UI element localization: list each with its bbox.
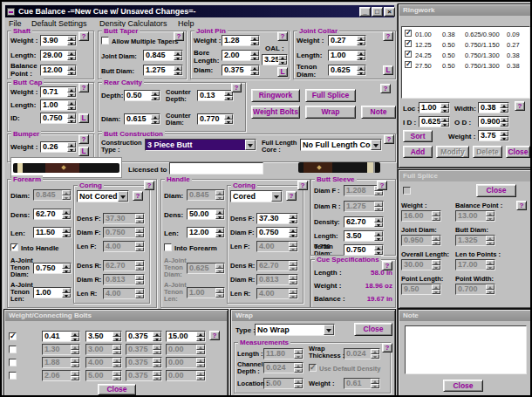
spinner[interactable]	[278, 55, 287, 65]
dropdown-arrow-icon[interactable]	[245, 140, 256, 150]
licensed-to-input[interactable]	[169, 162, 263, 175]
pin-diam-field[interactable]: 0.375	[222, 65, 260, 76]
ringwork-row[interactable]: 01.00 0.38 0.625/0.900 0.09	[402, 29, 529, 39]
spinner[interactable]	[67, 113, 76, 123]
spinner[interactable]	[250, 51, 259, 60]
minimize-button[interactable]: _	[359, 7, 371, 17]
spinner[interactable]	[500, 117, 508, 127]
dropdown-arrow-icon[interactable]	[371, 140, 381, 150]
spinner[interactable]	[67, 36, 76, 45]
help-button[interactable]: ?	[144, 181, 154, 190]
cap-length-field[interactable]: 1.00	[40, 99, 77, 111]
ring-od-field[interactable]: 0.900	[478, 116, 509, 127]
allow-multiple-tapers-checkbox[interactable]	[101, 37, 109, 44]
spinner[interactable]	[250, 36, 259, 45]
wrap-titlebar[interactable]: Wrap	[232, 311, 394, 321]
spinner[interactable]	[71, 332, 79, 341]
sleeve-tenon-field[interactable]: 0.750	[344, 244, 384, 256]
help-button[interactable]: ?	[382, 343, 392, 353]
shaft-weight-field[interactable]: 3.90	[40, 35, 77, 46]
counter-depth-field[interactable]: 0.13	[197, 90, 234, 101]
sleeve-density-field[interactable]: 62.70	[344, 216, 384, 228]
ring-weight-field[interactable]: 3.75	[478, 130, 509, 141]
spinner[interactable]	[62, 288, 71, 298]
l-button[interactable]: L	[78, 147, 89, 156]
help-button[interactable]: ?	[384, 134, 394, 144]
forearm-tenon-diam-field[interactable]: 0.750	[33, 263, 72, 274]
bolt1-weight-field[interactable]: 0.41	[42, 331, 80, 342]
l-button[interactable]: L	[78, 113, 89, 123]
spinner[interactable]	[224, 114, 233, 124]
spinner[interactable]	[357, 36, 365, 45]
cap-weight-field[interactable]: 0.71	[40, 86, 77, 98]
handle-dens-f-field[interactable]: 37.30	[256, 213, 298, 224]
maximize-button[interactable]: □	[372, 7, 383, 17]
help-button[interactable]: ?	[382, 261, 392, 270]
ringwork-row[interactable]: 27.50 0.50 0.750/1.300 0.38	[402, 60, 529, 71]
full-length-core-dropdown[interactable]: No Full Length Core	[300, 139, 382, 151]
cavity-depth-field[interactable]: 0.50	[124, 90, 160, 101]
l-button[interactable]: L	[383, 65, 393, 75]
shaft-balance-field[interactable]: 12.00	[40, 65, 77, 76]
note-titlebar[interactable]: Note	[399, 311, 530, 321]
help-button[interactable]: ?	[209, 331, 220, 340]
sleeve-length-field[interactable]: 3.50	[344, 230, 384, 242]
spinner[interactable]	[289, 228, 297, 237]
help-button[interactable]: ?	[377, 181, 387, 190]
bolts-close-button[interactable]: Close	[98, 384, 136, 395]
menu-help[interactable]: Help	[178, 19, 194, 28]
help-button[interactable]: ?	[297, 181, 308, 190]
bolt1-location-field[interactable]: 15.00	[166, 331, 206, 342]
ringwork-row[interactable]: 12.25 0.50 0.750/1.150 0.27	[402, 39, 529, 50]
ring-checkbox[interactable]	[405, 40, 412, 47]
spinner[interactable]	[215, 209, 224, 219]
ringwork-titlebar[interactable]: Ringwork	[399, 5, 530, 16]
ringwork-close-button[interactable]: Close	[506, 146, 530, 158]
forearm-dens-field[interactable]: 62.70	[33, 209, 72, 220]
dropdown-arrow-icon[interactable]	[324, 325, 334, 335]
spinner[interactable]	[62, 209, 71, 219]
help-button[interactable]: ?	[277, 31, 288, 41]
main-titlebar[interactable]: Cue Balance -=New Cue w/ Unsaved Changes…	[5, 5, 394, 17]
ring-checkbox[interactable]	[405, 61, 412, 68]
ring-checkbox[interactable]	[405, 30, 412, 37]
ring-checkbox[interactable]	[405, 51, 412, 58]
spinner[interactable]	[374, 217, 383, 227]
into-handle-checkbox[interactable]	[10, 243, 18, 251]
spinner[interactable]	[215, 228, 224, 237]
forearm-len-field[interactable]: 11.50	[33, 227, 72, 238]
ring-width-field[interactable]: 0.38	[478, 102, 509, 113]
handle-dens-field[interactable]: 50.00	[187, 209, 225, 220]
spinner[interactable]	[153, 332, 161, 341]
wrap-close-button[interactable]: Close	[354, 323, 392, 336]
spinner[interactable]	[250, 65, 259, 75]
help-button[interactable]: ?	[380, 84, 391, 93]
full-splice-titlebar[interactable]: Full Splice	[399, 171, 530, 181]
dropdown-arrow-icon[interactable]	[118, 191, 128, 202]
spinner[interactable]	[357, 65, 365, 75]
note-close-button[interactable]: Close	[443, 380, 483, 392]
spinner[interactable]	[440, 103, 449, 113]
construction-type-dropdown[interactable]: 3 Piece Butt	[145, 139, 256, 151]
handle-len-field[interactable]: 12.00	[187, 227, 225, 238]
collar-tenon-field[interactable]: 0.625	[328, 65, 366, 76]
bolt4-checkbox[interactable]	[9, 372, 17, 380]
shaft-length-field[interactable]: 29.00	[40, 50, 77, 61]
spinner[interactable]	[113, 332, 121, 341]
help-button[interactable]: ?	[515, 101, 525, 111]
pin-oal-field[interactable]: 3.25	[262, 54, 288, 65]
spinner[interactable]	[62, 264, 71, 273]
spinner[interactable]	[67, 51, 76, 60]
handle-coring-dropdown[interactable]: Cored	[230, 190, 283, 202]
spinner[interactable]	[67, 87, 76, 97]
sort-button[interactable]: Sort	[403, 130, 433, 142]
help-button[interactable]: ?	[78, 31, 89, 41]
help-button[interactable]: ?	[231, 83, 242, 92]
spinner[interactable]	[67, 65, 76, 75]
collar-length-field[interactable]: 1.00	[328, 50, 366, 61]
ringwork-button[interactable]: Ringwork	[251, 89, 300, 102]
bolt1-diameter-field[interactable]: 0.375	[126, 331, 162, 342]
help-button[interactable]: ?	[286, 191, 297, 201]
help-button[interactable]: ?	[133, 191, 143, 201]
wrap-button[interactable]: Wrap	[305, 106, 356, 119]
